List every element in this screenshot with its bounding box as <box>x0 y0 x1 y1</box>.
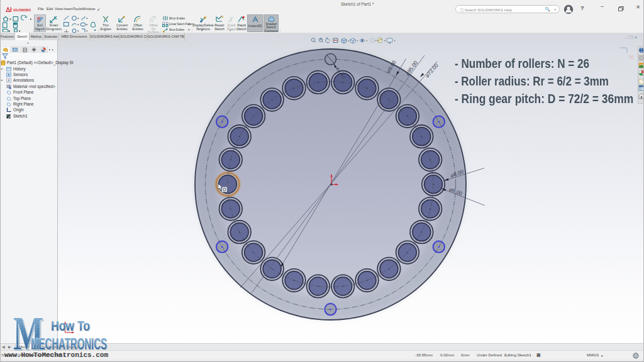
svg-text:A: A <box>8 79 10 83</box>
svg-text:⌀72.00: ⌀72.00 <box>424 62 440 79</box>
svg-text:⌀95.00: ⌀95.00 <box>404 60 419 77</box>
svg-text:MECHATRONICS: MECHATRONICS <box>31 334 107 353</box>
svg-text:How To: How To <box>51 318 90 334</box>
